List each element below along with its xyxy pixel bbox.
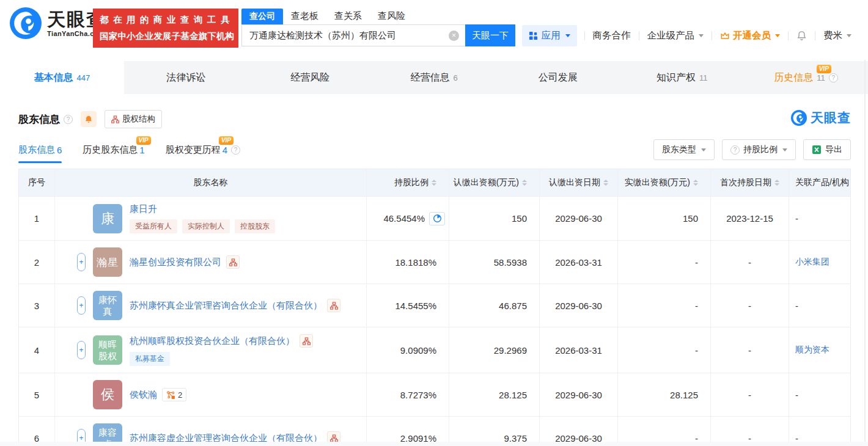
equity-structure-icon[interactable] — [226, 255, 240, 269]
pie-chart-icon[interactable] — [429, 212, 445, 225]
chevron-down-icon — [847, 34, 851, 37]
shareholder-type-filter-button[interactable]: 股东类型 — [653, 139, 715, 160]
top-nav: 应用 商务合作 企业级产品 开通会员 费米 — [522, 24, 860, 46]
help-icon[interactable]: ? — [829, 73, 838, 82]
cell-related-org: 小米集团 — [789, 241, 850, 283]
related-value: - — [795, 213, 798, 224]
nav-user[interactable]: 费米 — [815, 29, 859, 42]
search-tab-company[interactable]: 查公司 — [241, 9, 283, 24]
related-org-link[interactable]: 小米集团 — [795, 257, 829, 268]
cell-shareholder-name: +康怀真苏州康怀真企业管理咨询合伙企业（有限合伙） — [54, 284, 366, 327]
apps-button[interactable]: 应用 — [522, 25, 577, 46]
sort-icon[interactable] — [432, 180, 436, 186]
watermark-logo: 天眼查 — [791, 109, 851, 126]
expand-button[interactable]: + — [77, 253, 86, 271]
tab-business-risk[interactable]: 经营风险 — [248, 61, 372, 94]
nav-business-cooperation[interactable]: 商务合作 — [585, 29, 639, 42]
sort-icon[interactable] — [774, 180, 779, 186]
nav-open-vip[interactable]: 开通会员 — [712, 29, 788, 42]
shareholder-name-link[interactable]: 苏州康怀真企业管理咨询合伙企业（有限合伙） — [130, 300, 322, 312]
clear-icon[interactable]: × — [449, 31, 459, 41]
nav-enterprise-products[interactable]: 企业级产品 — [639, 29, 712, 42]
scrollbar-track[interactable] — [864, 60, 866, 446]
main-content: 股东信息 ? 股权结构 天眼查 股东信息6历史股东信息1VIP股权变更历程4VI… — [0, 110, 868, 446]
subtab-label: 历史股东信息 — [83, 144, 138, 156]
search-button[interactable]: 天眼一下 — [465, 24, 515, 46]
help-icon[interactable]: ? — [64, 115, 73, 124]
column-header: 首次持股日期 — [710, 169, 789, 196]
search-tab-risk[interactable]: 查风险 — [370, 8, 413, 24]
shareholder-name-link[interactable]: 杭州顺晖股权投资合伙企业（有限合伙） — [130, 335, 295, 347]
crown-icon — [720, 32, 730, 40]
shareholder-table: 序号股东名称持股比例认缴出资额(万元)认缴出资日期实缴出资额(万元)首次持股日期… — [18, 169, 851, 446]
shareholder-name-link[interactable]: 瀚星创业投资有限公司 — [130, 257, 221, 268]
cell-first-holding-date: - — [710, 327, 789, 373]
equity-structure-icon[interactable] — [327, 299, 340, 312]
cell-related-org: - — [789, 197, 850, 240]
tab-business-info[interactable]: 经营信息6 — [372, 61, 496, 94]
shareholder-name-link[interactable]: 康日升 — [130, 203, 157, 215]
tab-legal[interactable]: 法律诉讼 — [124, 61, 248, 94]
sort-icon[interactable] — [693, 180, 698, 186]
column-header: 认缴出资日期 — [539, 169, 617, 196]
equity-structure-icon[interactable] — [300, 334, 313, 348]
row-index: 5 — [34, 390, 39, 400]
ratio-filter-button[interactable]: ? 持股比例 — [722, 139, 796, 160]
search-tab-relation[interactable]: 查关系 — [326, 8, 370, 24]
help-icon[interactable]: ? — [231, 145, 240, 155]
bell-icon — [84, 115, 93, 124]
export-button[interactable]: 导出 — [803, 139, 851, 160]
tab-label: 公司发展 — [539, 71, 578, 84]
tab-basic-info[interactable]: 基本信息447 — [0, 61, 124, 94]
subtab-shareholders[interactable]: 股东信息6 — [18, 144, 62, 156]
tab-company-development[interactable]: 公司发展 — [496, 61, 620, 94]
row-index: 2 — [34, 257, 39, 268]
table-body: 1康康日升受益所有人实际控制人控股股东46.5454%1502029-06-30… — [19, 196, 850, 446]
cell-subscribed-amount: 58.5938 — [449, 241, 539, 283]
related-org-link[interactable]: 顺为资本 — [795, 345, 829, 356]
cell-first-holding-date: - — [710, 284, 789, 327]
subtab-label: 股权变更历程 — [166, 144, 221, 156]
relationship-badge[interactable]: 2 — [162, 388, 186, 401]
equity-structure-button[interactable]: 股权结构 — [105, 110, 162, 128]
search-tab-boss[interactable]: 查老板 — [283, 8, 326, 24]
sort-icon[interactable] — [522, 180, 527, 186]
chevron-down-icon — [782, 148, 787, 152]
cell-first-holding-date: - — [710, 241, 789, 283]
tab-label: 经营风险 — [290, 71, 329, 84]
notification-bell-button[interactable] — [789, 31, 815, 41]
enterprise-label: 企业级产品 — [647, 29, 695, 42]
cell-subscribed-date: 2029-06-30 — [539, 197, 617, 240]
sort-icon[interactable] — [603, 180, 608, 186]
section-header: 股东信息 ? 股权结构 天眼查 — [18, 110, 851, 128]
vip-badge: VIP — [219, 136, 234, 145]
tianyancha-logo-icon — [791, 110, 807, 126]
filter-label: 股东类型 — [662, 144, 696, 155]
tianyancha-logo[interactable]: 天眼查 TianYanCha.com — [10, 7, 106, 39]
subtab-history-shareholders[interactable]: 历史股东信息1VIP — [83, 144, 144, 156]
subscribe-bell-button[interactable] — [81, 111, 97, 127]
cell-related-org: 顺为资本 — [789, 327, 850, 373]
column-header-label: 首次持股日期 — [720, 177, 771, 188]
shareholder-name-link[interactable]: 侯钦瀚 — [130, 389, 157, 401]
cell-subscribed-amount: 46.875 — [449, 284, 539, 327]
expand-button[interactable]: + — [77, 296, 86, 315]
cell-ratio: 46.5454% — [366, 197, 449, 240]
tab-label: 经营信息 — [410, 71, 449, 84]
search-input[interactable] — [242, 25, 439, 46]
apps-label: 应用 — [542, 29, 561, 42]
table-row: 2+瀚星瀚星创业投资有限公司18.1818%58.59382026-03-31-… — [19, 240, 850, 283]
column-header: 实缴出资额(万元) — [617, 169, 710, 196]
cell-paid-amount: 150 — [617, 197, 710, 240]
tab-history-info[interactable]: 历史信息11VIP? — [744, 61, 868, 94]
slogan-line-1: 都在用的商业查询工具 — [100, 14, 232, 26]
expand-button[interactable]: + — [77, 341, 86, 359]
watermark-text: 天眼查 — [811, 109, 851, 126]
subtab-equity-changes[interactable]: 股权变更历程4VIP? — [166, 144, 240, 156]
shareholder-avatar: 瀚星 — [93, 247, 122, 277]
tab-intellectual-property[interactable]: 知识产权11 — [620, 61, 744, 94]
column-header: 持股比例 — [366, 169, 449, 196]
cell-shareholder-name: 康康日升受益所有人实际控制人控股股东 — [54, 197, 366, 240]
cell-first-holding-date: - — [710, 373, 789, 416]
tab-label: 知识产权 — [657, 71, 696, 84]
